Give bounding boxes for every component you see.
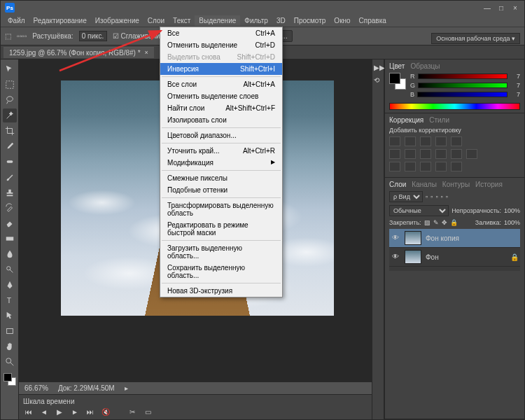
visibility-icon[interactable]: 👁 <box>392 253 400 261</box>
antialias-checkbox-label[interactable]: ☑ Сглаживание <box>113 32 164 40</box>
menu-item[interactable]: Редактировать в режиме быстрой маски <box>160 219 282 239</box>
tool-dodge[interactable] <box>3 262 17 276</box>
expand-panels-icon[interactable]: ▶▶ <box>374 64 382 72</box>
opacity-value[interactable]: 100% <box>504 207 520 214</box>
menu-edit[interactable]: Редактирование <box>29 15 91 26</box>
b-slider[interactable] <box>417 92 507 97</box>
menu-layer[interactable]: Слои <box>144 15 169 26</box>
adj-channel-mixer[interactable] <box>451 149 462 159</box>
selection-mode-icons[interactable]: ▫▫▫▫ <box>17 32 27 40</box>
tool-brush[interactable] <box>3 170 17 184</box>
timeline-next-frame[interactable]: ► <box>69 407 80 416</box>
lock-position-icon[interactable]: ✥ <box>442 219 447 226</box>
blend-mode-select[interactable]: Обычные <box>389 205 449 216</box>
adj-levels[interactable] <box>405 136 416 146</box>
window-minimize-button[interactable]: — <box>482 4 492 12</box>
menu-item[interactable]: Новая 3D-экструзия <box>160 285 282 297</box>
adj-curves[interactable] <box>420 136 431 146</box>
menu-item[interactable]: Найти слоиAlt+Shift+Ctrl+F <box>160 102 282 114</box>
tab-color[interactable]: Цвет <box>389 62 405 70</box>
adj-lut[interactable] <box>466 149 477 159</box>
adj-gradient-map[interactable] <box>435 162 447 172</box>
menu-file[interactable]: Файл <box>4 15 29 26</box>
menu-item[interactable]: Подобные оттенки <box>160 184 282 196</box>
tool-preset-icon[interactable]: ⬚ <box>5 32 11 40</box>
doc-size[interactable]: Док: 2.29M/4.50M <box>58 384 115 392</box>
feather-input[interactable] <box>79 31 107 41</box>
color-swatch[interactable] <box>4 373 16 386</box>
layer-thumbnail[interactable] <box>405 250 421 264</box>
tool-spot-heal[interactable] <box>3 155 17 169</box>
tab-layers[interactable]: Слои <box>389 181 406 188</box>
tool-path-select[interactable] <box>3 309 17 323</box>
timeline-last-frame[interactable]: ⏭ <box>85 407 96 416</box>
timeline-audio[interactable]: 🔇 <box>100 407 111 416</box>
g-slider[interactable] <box>418 83 507 88</box>
tab-history[interactable]: История <box>475 181 503 188</box>
menu-item[interactable]: Загрузить выделенную область... <box>160 242 282 262</box>
menu-select[interactable]: Выделение <box>195 15 240 26</box>
foreground-color-swatch[interactable] <box>4 373 12 382</box>
tool-type[interactable]: T <box>3 293 17 307</box>
menu-3d[interactable]: 3D <box>272 15 290 26</box>
menu-item[interactable]: Сохранить выделенную область... <box>160 262 282 281</box>
menu-item[interactable]: Отменить выделение слоев <box>160 90 282 102</box>
menu-item[interactable]: ИнверсияShift+Ctrl+I <box>160 63 282 75</box>
adj-threshold[interactable] <box>420 162 431 172</box>
timeline-play[interactable]: ▶ <box>54 407 65 416</box>
filter-shape-icon[interactable]: ▫ <box>441 193 443 200</box>
filter-pixel-icon[interactable]: ▫ <box>426 193 428 200</box>
layer-item[interactable]: 👁 Фон 🔒 <box>389 248 520 267</box>
menu-view[interactable]: Просмотр <box>290 15 330 26</box>
lock-transparency-icon[interactable]: ▧ <box>424 219 430 226</box>
layer-item[interactable]: 👁 Фон копия <box>389 229 520 248</box>
timeline-first-frame[interactable]: ⏮ <box>23 407 34 416</box>
adj-bw[interactable] <box>420 149 431 159</box>
r-slider[interactable] <box>418 74 508 79</box>
menu-type[interactable]: Текст <box>169 15 195 26</box>
adj-invert[interactable] <box>389 162 400 172</box>
zoom-level[interactable]: 66.67% <box>24 384 48 392</box>
tool-pen[interactable] <box>3 278 17 292</box>
adj-exposure[interactable] <box>435 136 447 146</box>
menu-item[interactable]: Цветовой диапазон... <box>160 130 282 141</box>
adj-hue[interactable] <box>389 149 400 159</box>
menu-help[interactable]: Справка <box>355 15 391 26</box>
tool-marquee[interactable] <box>3 78 17 92</box>
timeline-split[interactable]: ✂ <box>127 407 138 416</box>
menu-item[interactable]: Модификация▶ <box>160 157 282 169</box>
workspace-selector[interactable]: Основная рабочая среда ▾ <box>431 33 520 44</box>
adj-posterize[interactable] <box>405 162 416 172</box>
menu-item[interactable]: Изолировать слои <box>160 114 282 126</box>
menu-filter[interactable]: Фильтр <box>240 15 272 26</box>
menu-item[interactable]: Трансформировать выделенную область <box>160 200 282 219</box>
menu-item[interactable]: Уточнить край...Alt+Ctrl+R <box>160 145 282 157</box>
document-tab[interactable]: 1259.jpg @ 66.7% (Фон копия, RGB/8#) * × <box>4 47 154 58</box>
tool-gradient[interactable] <box>3 232 17 246</box>
filter-text-icon[interactable]: ▫ <box>435 193 438 200</box>
close-icon[interactable]: × <box>145 49 148 56</box>
adj-photo-filter[interactable] <box>435 149 447 159</box>
adj-vibrance[interactable] <box>451 136 462 146</box>
tool-move[interactable] <box>3 62 17 76</box>
filter-smart-icon[interactable]: ▫ <box>446 193 448 200</box>
tab-styles[interactable]: Стили <box>429 116 449 124</box>
tool-rectangle[interactable] <box>3 324 17 338</box>
tool-hand[interactable] <box>3 340 17 354</box>
fill-value[interactable]: 100% <box>504 219 520 226</box>
layer-filter-select[interactable]: ρ Вид <box>389 191 423 202</box>
tab-channels[interactable]: Каналы <box>412 181 437 188</box>
history-icon[interactable]: ⟲ <box>374 76 382 85</box>
tool-lasso[interactable] <box>3 93 17 107</box>
menu-item[interactable]: Все слоиAlt+Ctrl+A <box>160 78 282 90</box>
adj-brightness[interactable] <box>389 136 400 146</box>
menu-window[interactable]: Окно <box>330 15 354 26</box>
lock-all-icon[interactable]: 🔒 <box>450 219 458 226</box>
timeline-prev-frame[interactable]: ◄ <box>38 407 50 416</box>
menu-item[interactable]: Отменить выделениеCtrl+D <box>160 39 282 51</box>
adj-balance[interactable] <box>405 149 416 159</box>
menu-item[interactable]: ВсеCtrl+A <box>160 27 282 39</box>
menu-item[interactable]: Смежные пикселы <box>160 172 282 184</box>
layer-thumbnail[interactable] <box>405 231 421 245</box>
layer-name[interactable]: Фон копия <box>426 234 459 242</box>
